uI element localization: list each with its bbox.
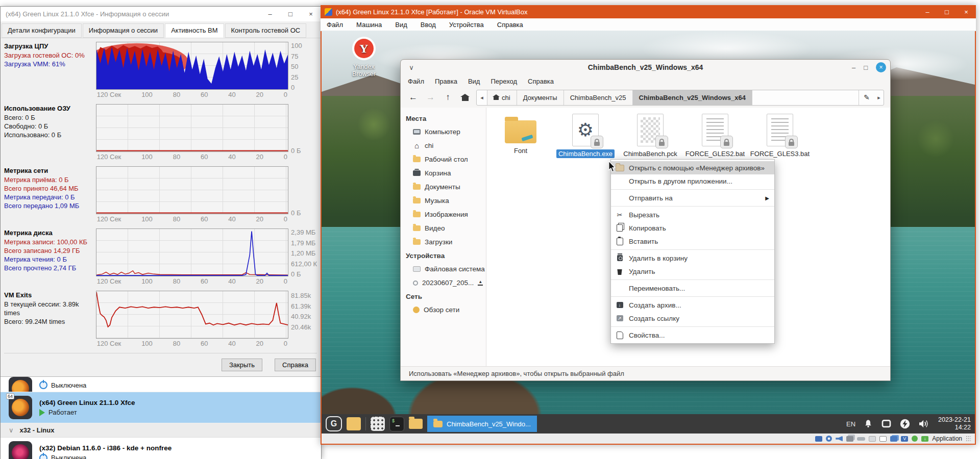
vm-minimize-button[interactable]: – bbox=[918, 8, 937, 16]
taskbar-task-button[interactable]: ChimbaBench_v25_Windo... bbox=[427, 416, 537, 432]
sidebar-item-компьютер[interactable]: Компьютер bbox=[401, 125, 486, 139]
back-icon[interactable]: ← bbox=[407, 92, 420, 103]
vm-group-header[interactable]: ∨x32 - Linux bbox=[1, 423, 321, 438]
breadcrumb-item-3[interactable]: ChimbaBench_v25_Windows_x64 bbox=[633, 90, 752, 105]
context-menu-item-6[interactable]: Копировать bbox=[611, 221, 774, 235]
breadcrumb-item-1[interactable]: Документы bbox=[517, 90, 564, 105]
tab-0[interactable]: Детали конфигурации bbox=[2, 23, 82, 38]
clock[interactable]: 2023-22-21 14:22 bbox=[938, 416, 971, 431]
help-button[interactable]: Справка bbox=[275, 359, 316, 371]
power-manager-icon[interactable] bbox=[899, 418, 911, 429]
vm-menu-4[interactable]: Устройства bbox=[449, 21, 484, 29]
sidebar-item-документы[interactable]: Документы bbox=[401, 180, 486, 194]
vm-list-item[interactable]: 64(x64) Green Linux 21.1.0 XfceРаботает bbox=[1, 392, 321, 423]
file-tile-bat[interactable]: FORCE_GLES2.bat bbox=[685, 114, 745, 158]
mouse-status-icon[interactable] bbox=[912, 436, 918, 442]
close-dialog-button[interactable]: Закрыть bbox=[222, 359, 262, 371]
context-menu-item-3[interactable]: Отправить на▶ bbox=[611, 191, 774, 205]
vm-close-button[interactable]: × bbox=[957, 8, 976, 16]
resize-grip[interactable] bbox=[966, 436, 971, 442]
optical-status-icon[interactable] bbox=[826, 436, 832, 442]
up-icon[interactable]: ↑ bbox=[442, 92, 454, 103]
vm-menu-2[interactable]: Вид bbox=[395, 21, 407, 29]
context-menu-item-1[interactable]: Открыть в другом приложении... bbox=[611, 174, 774, 188]
volume-icon[interactable] bbox=[918, 419, 930, 429]
tab-2[interactable]: Активность ВМ bbox=[165, 23, 224, 38]
sidebar-item-изображения[interactable]: Изображения bbox=[401, 208, 486, 221]
file-manager-launcher-icon[interactable] bbox=[409, 419, 423, 429]
shared-status-icon[interactable] bbox=[890, 436, 897, 442]
sidebar-item-обзор-сети[interactable]: Обзор сети bbox=[401, 303, 486, 317]
chevron-down-icon[interactable]: ∨ bbox=[405, 64, 418, 71]
sidebar-item-chi[interactable]: ⌂chi bbox=[401, 139, 486, 152]
bell-icon[interactable] bbox=[863, 419, 873, 429]
close-button[interactable]: × bbox=[301, 7, 321, 21]
fm-titlebar[interactable]: ∨ ChimbaBench_v25_Windows_x64 – □ × bbox=[401, 60, 890, 75]
sidebar-item-рабочий-стол[interactable]: Рабочий стол bbox=[401, 152, 486, 166]
vlogo-status-icon[interactable]: V bbox=[901, 436, 908, 442]
session-window-titlebar[interactable]: (x64) Green Linux 21.1.0 Xfce - Информац… bbox=[1, 7, 321, 21]
maximize-button[interactable]: □ bbox=[280, 7, 301, 21]
context-menu-item-12[interactable]: Переименовать... bbox=[611, 282, 774, 295]
card-status-icon[interactable] bbox=[869, 436, 876, 442]
vm-list-item[interactable]: Выключена bbox=[1, 377, 321, 392]
context-menu-item-17[interactable]: Свойства... bbox=[611, 328, 774, 342]
context-menu-item-14[interactable]: ↓Создать архив... bbox=[611, 298, 774, 312]
fm-minimize-button[interactable]: – bbox=[852, 64, 855, 71]
usb-status-icon[interactable] bbox=[857, 437, 865, 441]
display-status-icon[interactable] bbox=[879, 436, 887, 442]
context-menu-item-9[interactable]: Удалить в корзину bbox=[611, 251, 774, 265]
harddisk-status-icon[interactable] bbox=[815, 436, 822, 442]
breadcrumb-next-icon[interactable]: ▸ bbox=[874, 90, 884, 105]
vm-maximize-button[interactable]: □ bbox=[937, 8, 957, 16]
network-status-icon[interactable] bbox=[846, 436, 853, 442]
context-menu-item-7[interactable]: Вставить bbox=[611, 235, 774, 248]
keyboard-layout-indicator[interactable]: EN bbox=[846, 420, 855, 428]
vm-list-item[interactable]: (x32) Debian 11.6.0 - i386 - kde + nonfr… bbox=[1, 438, 321, 459]
home-icon[interactable] bbox=[462, 97, 469, 101]
app-grid-icon[interactable] bbox=[371, 417, 385, 431]
sidebar-item-видео[interactable]: Видео bbox=[401, 221, 486, 235]
breadcrumb-item-0[interactable]: chi bbox=[487, 90, 517, 105]
sidebar-item-файловая-система[interactable]: Файловая система bbox=[401, 262, 486, 276]
tab-3[interactable]: Контроль гостевой ОС bbox=[225, 23, 307, 38]
forward-icon[interactable]: → bbox=[424, 92, 437, 103]
file-tile-bat[interactable]: FORCE_GLES3.bat bbox=[750, 114, 810, 158]
vm-menu-0[interactable]: Файл bbox=[327, 21, 343, 29]
file-tile-folder[interactable]: Font bbox=[491, 114, 551, 155]
fm-menu-2[interactable]: Вид bbox=[468, 78, 480, 85]
sidebar-item-музыка[interactable]: Музыка bbox=[401, 194, 486, 208]
fm-menu-1[interactable]: Правка bbox=[435, 78, 457, 85]
tab-1[interactable]: Информация о сессии bbox=[83, 23, 164, 38]
context-menu-item-0[interactable]: Открыть с помощью «Менеджер архивов» bbox=[611, 161, 774, 174]
desktop-icon-yandex-browser[interactable]: Y Yandex Browser bbox=[341, 37, 387, 78]
context-menu-item-15[interactable]: ↗Создать ссылку bbox=[611, 312, 774, 325]
breadcrumb-item-2[interactable]: ChimbaBench_v25 bbox=[564, 90, 633, 105]
fm-menu-3[interactable]: Переход bbox=[491, 78, 517, 85]
file-tile-pck[interactable]: ChimbaBench.pck bbox=[620, 114, 680, 158]
minimize-button[interactable]: – bbox=[260, 7, 280, 21]
fm-menu-0[interactable]: Файл bbox=[408, 78, 424, 85]
vm-menu-5[interactable]: Справка bbox=[497, 21, 523, 29]
vm-menu-3[interactable]: Ввод bbox=[421, 21, 436, 29]
terminal-icon[interactable] bbox=[389, 417, 404, 431]
vm-menu-1[interactable]: Машина bbox=[356, 21, 382, 29]
file-tile-exe[interactable]: ⚙ChimbaBench.exe bbox=[555, 114, 616, 158]
fm-menu-4[interactable]: Справка bbox=[528, 78, 554, 85]
breadcrumb-prev-icon[interactable]: ◂ bbox=[477, 90, 487, 105]
chevron-down-icon[interactable]: ∨ bbox=[9, 426, 14, 434]
vm-window-titlebar[interactable]: (x64) Green Linux 21.1.0 Xfce [Работает]… bbox=[321, 5, 976, 18]
audio-status-icon[interactable] bbox=[836, 436, 843, 442]
sidebar-item-20230607-205-[interactable]: 20230607_205...▲ bbox=[401, 276, 486, 290]
display-icon[interactable] bbox=[881, 419, 892, 429]
fm-maximize-button[interactable]: □ bbox=[864, 64, 868, 71]
edit-path-icon[interactable]: ✎ bbox=[859, 90, 874, 105]
files-launcher-icon[interactable] bbox=[347, 417, 361, 430]
download-status-icon[interactable]: ↓ bbox=[921, 436, 928, 442]
sidebar-item-загрузки[interactable]: Загрузки bbox=[401, 235, 486, 249]
eject-icon[interactable]: ▲ bbox=[478, 280, 483, 286]
context-menu-item-10[interactable]: Удалить bbox=[611, 265, 774, 278]
fm-close-button[interactable]: × bbox=[876, 62, 886, 72]
sidebar-item-корзина[interactable]: Корзина bbox=[401, 166, 486, 180]
g-menu-button[interactable]: G bbox=[326, 416, 342, 431]
